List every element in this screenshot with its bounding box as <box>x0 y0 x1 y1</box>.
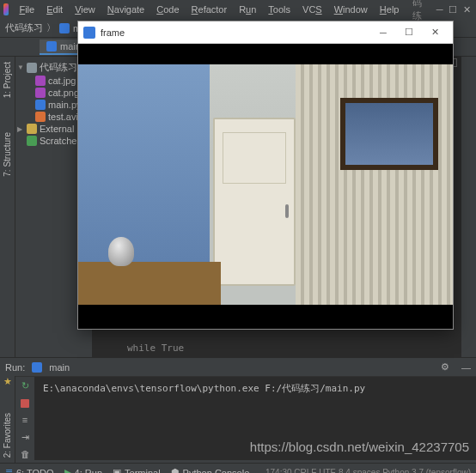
hide-icon[interactable]: — <box>461 362 471 373</box>
webcam-image <box>78 64 453 305</box>
image-file-icon <box>35 88 46 98</box>
python-file-icon <box>46 41 57 52</box>
scratches-icon <box>27 136 37 146</box>
maximize-icon[interactable]: ☐ <box>396 27 422 38</box>
down-icon[interactable]: ≡ <box>19 415 31 427</box>
frame-title: frame <box>101 27 370 38</box>
tool-terminal[interactable]: ▣Terminal <box>113 467 161 473</box>
folder-icon <box>27 63 37 73</box>
tool-project[interactable]: 1: Project <box>3 62 12 98</box>
star-icon: ★ <box>3 376 12 387</box>
tool-favorites[interactable]: 2: Favorites <box>3 413 12 458</box>
tool-structure[interactable]: 7: Structure <box>3 132 12 177</box>
maximize-icon[interactable]: ☐ <box>447 1 459 18</box>
tool-run[interactable]: ▶4: Run <box>64 467 102 473</box>
run-config-name[interactable]: main <box>49 362 70 373</box>
rerun-icon[interactable]: ↻ <box>19 380 31 392</box>
menu-bar: File Edit View Navigate Code Refactor Ru… <box>0 0 476 19</box>
run-tool-header: Run: main ⚙ — <box>0 357 476 376</box>
frame-content <box>78 44 453 329</box>
export-icon[interactable]: ⇥ <box>19 431 31 443</box>
minimize-icon[interactable]: ─ <box>434 1 446 18</box>
menu-code[interactable]: Code <box>151 3 184 16</box>
gear-icon[interactable]: ⚙ <box>441 361 449 373</box>
python-file-icon <box>59 23 70 33</box>
menu-view[interactable]: View <box>70 3 101 16</box>
image-file-icon <box>35 76 46 86</box>
svg-rect-1 <box>46 41 57 52</box>
svg-rect-2 <box>32 362 42 373</box>
breadcrumb-project[interactable]: 代码练习 <box>5 21 43 34</box>
close-icon[interactable]: ✕ <box>422 27 448 38</box>
menu-refactor[interactable]: Refactor <box>186 3 233 16</box>
python-file-icon <box>32 362 42 373</box>
trash-icon[interactable]: 🗑 <box>19 448 31 460</box>
tool-python-console[interactable]: ⬢Python Console <box>171 467 250 473</box>
tool-todo[interactable]: ≣6: TODO <box>5 467 54 473</box>
console-toolbar: ↻ ≡ ⇥ 🗑 <box>15 377 34 460</box>
menu-vcs[interactable]: VCS <box>297 3 327 16</box>
menu-help[interactable]: Help <box>375 3 405 16</box>
frame-titlebar[interactable]: frame ─ ☐ ✕ <box>78 21 453 44</box>
menu-navigate[interactable]: Navigate <box>102 3 150 16</box>
svg-rect-0 <box>59 23 70 33</box>
menu-edit[interactable]: Edit <box>41 3 68 16</box>
watermark: https://blog.csdn.net/weixin_42237705 <box>250 440 469 454</box>
status-bar: ≣6: TODO ▶4: Run ▣Terminal ⬢Python Conso… <box>0 463 476 473</box>
close-icon[interactable]: ✕ <box>461 1 473 18</box>
run-label: Run: <box>5 362 25 373</box>
window-icon <box>83 27 95 39</box>
menu-run[interactable]: Run <box>234 3 261 16</box>
stop-icon[interactable] <box>19 397 31 409</box>
left-tool-strip: 1: Project 7: Structure <box>0 57 15 357</box>
status-text[interactable]: 174:30 CRLF UTF-8 4 spaces Python 3.7 (t… <box>265 468 471 473</box>
python-file-icon <box>35 100 46 110</box>
menu-file[interactable]: File <box>14 3 40 16</box>
pycharm-logo-icon <box>3 3 9 15</box>
left-tool-strip-lower: 2: Favorites ★ <box>0 376 15 463</box>
code-line: while True <box>127 343 184 354</box>
video-file-icon <box>35 112 46 122</box>
menu-tools[interactable]: Tools <box>263 3 296 16</box>
menu-window[interactable]: Window <box>329 3 373 16</box>
opencv-frame-window: frame ─ ☐ ✕ <box>77 21 454 330</box>
right-tool-strip <box>461 57 476 357</box>
library-icon <box>27 124 37 134</box>
minimize-icon[interactable]: ─ <box>370 27 396 38</box>
